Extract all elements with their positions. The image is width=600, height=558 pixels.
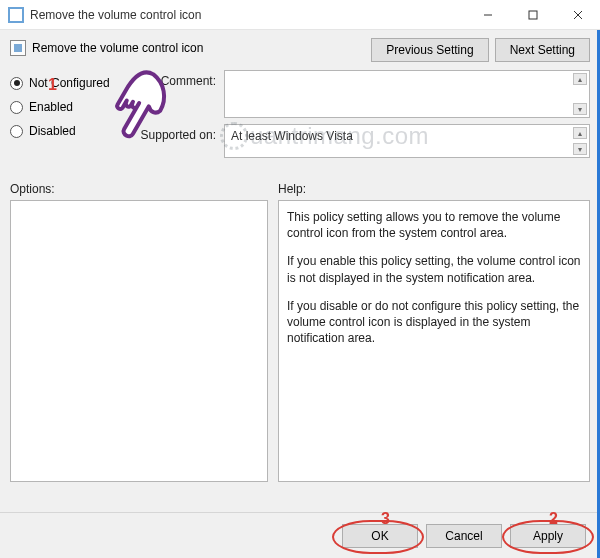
lower-columns: Options: Help: This policy setting allow…	[10, 182, 590, 482]
policy-item-icon	[10, 40, 26, 56]
help-paragraph: This policy setting allows you to remove…	[287, 209, 581, 241]
subtitle-row: Remove the volume control icon Previous …	[10, 40, 590, 56]
help-column: Help: This policy setting allows you to …	[278, 182, 590, 482]
minimize-button[interactable]	[465, 0, 510, 30]
nav-buttons: Previous Setting Next Setting	[371, 38, 590, 62]
scroll-down-icon[interactable]: ▾	[573, 143, 587, 155]
scroll-up-icon[interactable]: ▴	[573, 73, 587, 85]
help-paragraph: If you disable or do not configure this …	[287, 298, 581, 347]
radio-label: Enabled	[29, 100, 73, 114]
radio-label: Disabled	[29, 124, 76, 138]
close-button[interactable]	[555, 0, 600, 30]
apply-button[interactable]: Apply	[510, 524, 586, 548]
maximize-icon	[528, 10, 538, 20]
help-panel: This policy setting allows you to remove…	[278, 200, 590, 482]
radio-disabled[interactable]: Disabled	[10, 124, 210, 138]
options-panel	[10, 200, 268, 482]
maximize-button[interactable]	[510, 0, 555, 30]
titlebar: Remove the volume control icon	[0, 0, 600, 30]
radio-icon	[10, 77, 23, 90]
window-controls	[465, 0, 600, 30]
right-fields: Comment: ▴ ▾ Supported on: At least Wind…	[224, 70, 590, 164]
main-area: Not Configured Enabled Disabled Comment:…	[10, 70, 590, 164]
window-title: Remove the volume control icon	[30, 8, 465, 22]
policy-subtitle: Remove the volume control icon	[32, 41, 203, 55]
help-label: Help:	[278, 182, 590, 196]
dialog-footer: 3 2 OK Cancel Apply	[0, 512, 600, 558]
radio-not-configured[interactable]: Not Configured	[10, 76, 210, 90]
options-label: Options:	[10, 182, 268, 196]
previous-setting-button[interactable]: Previous Setting	[371, 38, 488, 62]
radio-icon	[10, 101, 23, 114]
radio-label: Not Configured	[29, 76, 110, 90]
policy-icon	[8, 7, 24, 23]
comment-textbox[interactable]: ▴ ▾	[224, 70, 590, 118]
supported-textbox: At least Windows Vista ▴ ▾	[224, 124, 590, 158]
radio-icon	[10, 125, 23, 138]
help-paragraph: If you enable this policy setting, the v…	[287, 253, 581, 285]
radio-enabled[interactable]: Enabled	[10, 100, 210, 114]
ok-button[interactable]: OK	[342, 524, 418, 548]
dialog-body: Remove the volume control icon Previous …	[0, 30, 600, 512]
supported-value: At least Windows Vista	[231, 129, 353, 143]
scroll-up-icon[interactable]: ▴	[573, 127, 587, 139]
cancel-button[interactable]: Cancel	[426, 524, 502, 548]
svg-rect-1	[529, 11, 537, 19]
options-column: Options:	[10, 182, 268, 482]
minimize-icon	[483, 10, 493, 20]
next-setting-button[interactable]: Next Setting	[495, 38, 590, 62]
scroll-down-icon[interactable]: ▾	[573, 103, 587, 115]
close-icon	[573, 10, 583, 20]
